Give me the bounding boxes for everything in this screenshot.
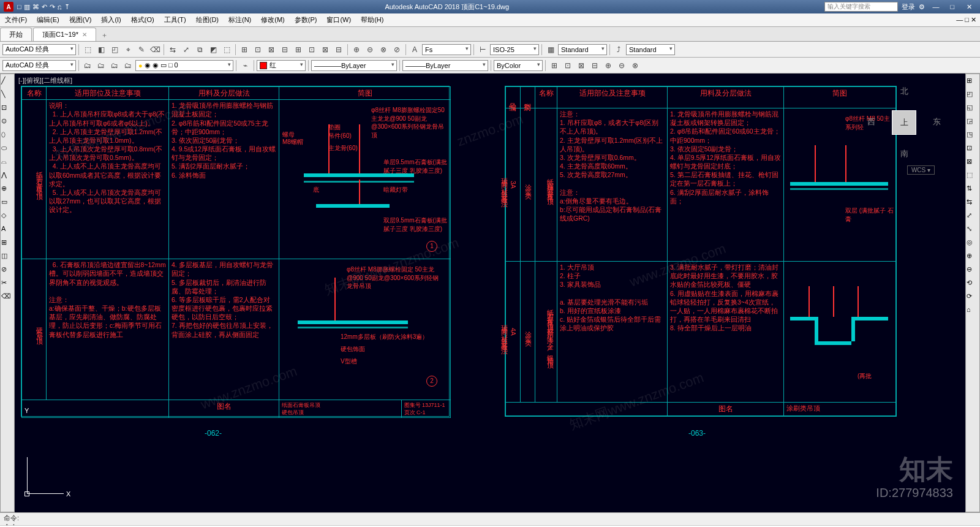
draw-line-icon[interactable]: ╱ [1, 77, 13, 89]
draw-region-icon[interactable]: ✂ [1, 279, 13, 291]
maximize-button[interactable]: □ [945, 3, 960, 10]
doc-maximize-button[interactable]: □ [965, 16, 969, 23]
qat-open-icon[interactable]: ▥ [24, 3, 30, 11]
tb-icon[interactable]: ⊘ [391, 44, 403, 56]
tab-close-icon[interactable]: ✕ [82, 31, 87, 38]
minimize-button[interactable]: — [929, 3, 943, 10]
draw-spline-icon[interactable]: ⋀ [1, 171, 13, 183]
mleaderstyle-combo[interactable]: Standard [626, 44, 675, 55]
mod-icon[interactable]: ◰ [967, 90, 979, 102]
new-tab-button[interactable]: ＋ [97, 29, 111, 41]
tb-icon[interactable]: ⊡ [252, 44, 264, 56]
tb-icon[interactable]: ⊠ [319, 44, 331, 56]
mod-icon[interactable]: ⟲ [967, 279, 979, 291]
menu-format[interactable]: 格式(O) [126, 15, 159, 25]
tb-icon[interactable]: ⊞ [548, 59, 560, 72]
color-combo[interactable]: 红 [257, 60, 306, 71]
mod-icon[interactable]: ⤡ [967, 225, 979, 237]
mod-icon[interactable]: ⇅ [967, 184, 979, 197]
draw-polygon-icon[interactable]: ⊙ [1, 117, 13, 129]
mod-icon[interactable]: ⊡ [967, 144, 979, 156]
layer-combo[interactable]: ● ◉ ◉ ▭ □ 0 [135, 60, 233, 71]
layer-icon[interactable]: 🗂 [108, 59, 121, 72]
qat-save-icon[interactable]: ⌘ [32, 3, 39, 11]
tb-textstyle-icon[interactable]: A [409, 44, 421, 56]
tb-icon[interactable]: ⊞ [292, 44, 304, 56]
close-button[interactable]: ✕ [962, 3, 976, 11]
viewcube[interactable]: 北 南 东 西 上 [867, 86, 941, 159]
matchprop-icon[interactable]: ⌁ [239, 59, 251, 72]
draw-table-icon[interactable]: ◫ [1, 252, 13, 264]
tb-icon[interactable]: ⊡ [306, 44, 318, 56]
tb-icon[interactable]: ◧ [95, 44, 107, 56]
menu-draw[interactable]: 绘图(D) [191, 15, 224, 25]
menu-view[interactable]: 视图(V) [64, 15, 97, 25]
workspace-combo[interactable]: AutoCAD 经典 [2, 44, 76, 55]
doc-minimize-button[interactable]: — [956, 16, 963, 23]
tb-icon[interactable]: ◩ [207, 44, 219, 56]
tb-icon[interactable]: ⊞ [238, 44, 251, 56]
menu-dimension[interactable]: 标注(N) [224, 15, 256, 25]
qat-new-icon[interactable]: □ [17, 3, 21, 11]
draw-block-icon[interactable]: ◇ [1, 211, 13, 224]
viewcube-top[interactable]: 上 [892, 110, 916, 135]
mod-icon[interactable]: ⊠ [967, 157, 979, 170]
draw-pline-icon[interactable]: ⊡ [1, 104, 13, 116]
tb-icon[interactable]: ⬚ [221, 44, 233, 56]
mod-icon[interactable]: ◱ [967, 104, 979, 116]
exchange-icon[interactable]: ⚙ [919, 3, 925, 11]
linetype-combo[interactable]: ———— ByLayer [311, 60, 397, 71]
menu-parametric[interactable]: 参数(P) [290, 15, 322, 25]
wcs-indicator[interactable]: WCS ▾ [907, 165, 935, 175]
menu-edit[interactable]: 编辑(E) [32, 15, 64, 25]
tb-mleaderstyle-icon[interactable]: ⤴ [612, 44, 625, 56]
qat-redo-icon[interactable]: ↷ [50, 3, 55, 11]
menu-tools[interactable]: 工具(T) [159, 15, 191, 25]
draw-arc-icon[interactable]: ⬭ [1, 144, 13, 156]
tb-icon[interactable]: ⌖ [122, 44, 134, 56]
tb-dimstyle-icon[interactable]: ⊢ [477, 44, 489, 56]
draw-hatch-icon[interactable]: ⊞ [1, 238, 13, 251]
tb-icon[interactable]: ⊖ [616, 59, 628, 72]
viewport-label[interactable]: [-][俯视][二维线框] [18, 76, 72, 85]
dimstyle-combo[interactable]: ISO-25 [490, 44, 539, 55]
compass-west[interactable]: 西 [867, 116, 875, 127]
draw-xline-icon[interactable]: ╲ [1, 90, 13, 102]
mod-icon[interactable]: ◲ [967, 117, 979, 129]
draw-point-icon[interactable]: ⊘ [1, 265, 13, 278]
tb-icon[interactable]: ⊟ [333, 44, 345, 56]
layer-icon[interactable]: 🗂 [122, 59, 134, 72]
qat-cloud-icon[interactable]: ⤒ [64, 3, 70, 11]
tb-icon[interactable]: ⊗ [629, 59, 641, 72]
lineweight-combo[interactable]: ——— ByLayer [402, 60, 488, 71]
tb-icon[interactable]: ◰ [108, 44, 121, 56]
mod-icon[interactable]: ◳ [967, 131, 979, 143]
plotstyle-combo[interactable]: ByColor [494, 60, 543, 71]
tb-icon[interactable]: ⊟ [279, 44, 291, 56]
draw-ellipse-icon[interactable]: ⊕ [1, 184, 13, 197]
tb-icon[interactable]: ⊗ [377, 44, 390, 56]
mod-icon[interactable]: ⇆ [967, 198, 979, 210]
compass-south[interactable]: 南 [900, 148, 908, 159]
mod-icon[interactable]: ⟳ [967, 292, 979, 305]
tab-start[interactable]: 开始 [0, 28, 32, 41]
mod-icon[interactable]: ⤢ [967, 211, 979, 224]
tb-icon[interactable]: ⊡ [562, 59, 574, 72]
signin-link[interactable]: 登录 [902, 2, 915, 12]
tb-icon[interactable]: ⊕ [602, 59, 614, 72]
tb-icon[interactable]: ⇆ [167, 44, 179, 56]
help-search-input[interactable]: 输入关键字搜索 [824, 2, 898, 12]
tb-icon[interactable]: ⌫ [149, 44, 161, 56]
tb-icon[interactable]: ⊕ [350, 44, 363, 56]
mod-icon[interactable]: ⬚ [967, 171, 979, 183]
doc-close-button[interactable]: ✕ [971, 16, 976, 23]
tb-icon[interactable]: ⊟ [589, 59, 601, 72]
qat-undo-icon[interactable]: ↶ [42, 3, 47, 11]
textstyle-combo[interactable]: Fs [422, 44, 471, 55]
tb-icon[interactable]: ⊖ [364, 44, 376, 56]
menu-file[interactable]: 文件(F) [0, 15, 32, 25]
tb-icon[interactable]: ⊠ [265, 44, 277, 56]
drawing-canvas[interactable]: [-][俯视][二维线框] 名称 适用部位及注意事项 用料及分层做法 简图 纸面… [15, 74, 965, 512]
app-logo[interactable]: A [4, 2, 13, 12]
layer-icon[interactable]: 🗂 [81, 59, 94, 72]
